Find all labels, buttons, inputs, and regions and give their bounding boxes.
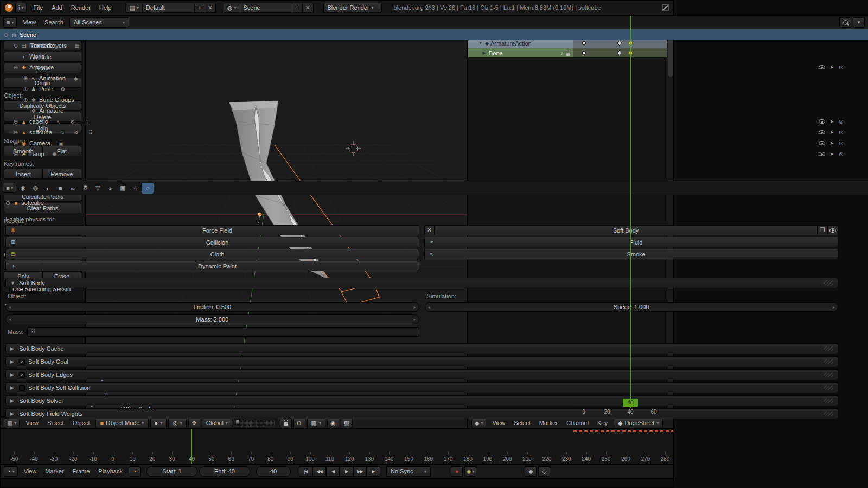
prev-keyframe-button[interactable]: ◀◀ (312, 466, 326, 477)
editor-type-button-outliner[interactable]: ≡ ▾ (3, 17, 17, 28)
expander-icon[interactable]: ⊕ (12, 130, 20, 136)
menu-add[interactable]: Add (47, 2, 67, 13)
expander-icon[interactable]: ⊕ (22, 75, 29, 81)
play-button[interactable]: ▶ (340, 466, 353, 477)
camera-restrict-icon[interactable]: ◎ (839, 65, 843, 70)
add-layout-button[interactable]: + (195, 3, 205, 12)
editor-type-button-timeline[interactable]: ◔ ▾ (4, 466, 18, 477)
camera-restrict-icon[interactable]: ◎ (839, 130, 843, 135)
sync-dropdown[interactable]: No Sync ▾ (386, 466, 431, 477)
expander-icon[interactable]: ⊕ (22, 86, 29, 92)
eye-icon[interactable] (819, 130, 825, 134)
panel-grip[interactable] (824, 372, 833, 377)
soft-body-panel-header[interactable]: ▼ Soft Body (5, 278, 838, 288)
expander-icon[interactable]: ⊕ (22, 97, 29, 103)
expander-icon[interactable]: ⊕ (12, 43, 20, 49)
menu-view[interactable]: View (20, 466, 41, 477)
eye-icon[interactable] (819, 141, 825, 145)
menu-marker[interactable]: Marker (41, 466, 68, 477)
outliner-item-lamp[interactable]: ⊕☀Lamp✺➤◎ (0, 149, 868, 159)
tab-material[interactable]: ◕ (104, 183, 116, 194)
layout-name-field[interactable]: Default (143, 3, 195, 12)
scene-name-field[interactable]: Scene (240, 3, 292, 12)
slider-left-arrow-icon[interactable]: ◂ (428, 305, 430, 310)
panel-soft-body-edges[interactable]: ▶Soft Body Edges (5, 369, 838, 380)
current-frame-field[interactable]: 40 (256, 466, 291, 477)
menu-frame[interactable]: Frame (68, 466, 94, 477)
eye-icon[interactable] (819, 119, 825, 124)
tab-render[interactable]: ◉ (17, 183, 29, 194)
mass-slider[interactable]: ◂ Mass: 2.000 ▸ (5, 314, 419, 324)
panel-grip[interactable] (824, 411, 833, 416)
eye-icon[interactable] (819, 65, 825, 69)
outliner-item-renderlayers[interactable]: ⊕▤RenderLayers▦ (0, 40, 868, 51)
current-frame-line[interactable] (630, 16, 631, 408)
panel-grip[interactable] (824, 398, 833, 403)
timeline-ruler[interactable]: -50-40-30-20-100102030405060708090100110… (0, 429, 674, 464)
dynamic-paint-button[interactable]: ◑ Dynamic Paint (5, 261, 419, 271)
outliner-item-animation[interactable]: ⊕∿Animation◆ (0, 73, 868, 84)
play-reverse-button[interactable]: ◀ (326, 466, 340, 477)
collapse-arrow-icon[interactable]: ▶ (10, 398, 16, 403)
tab-physics[interactable]: ◌ (142, 183, 154, 194)
keying-set-dropdown[interactable]: ◈ ▾ (464, 466, 476, 477)
jump-start-button[interactable]: |◀ (299, 466, 312, 477)
soft-body-button[interactable]: Soft Body (435, 225, 818, 235)
menu-file[interactable]: File (29, 2, 47, 13)
outliner-item-armature[interactable]: ⊖✥Armature➤◎ (0, 62, 868, 73)
tab-object[interactable]: ■ (54, 183, 66, 194)
camera-restrict-icon[interactable]: ◎ (839, 119, 843, 124)
expander-icon[interactable]: ⊖ (12, 65, 20, 70)
insert-keyframe-button[interactable]: ◆ (525, 466, 537, 477)
tab-world[interactable]: ◐ (42, 183, 54, 194)
expander-icon[interactable]: ⊕ (12, 140, 20, 146)
editor-type-button-info[interactable]: i ▾ (15, 3, 27, 13)
panel-soft-body-goal[interactable]: ▶Soft Body Goal (5, 356, 838, 367)
softbody-visibility-button[interactable] (828, 225, 838, 235)
camera-restrict-icon[interactable]: ◎ (839, 140, 843, 146)
outliner-scope-dropdown[interactable]: All Scenes ▾ (69, 17, 129, 28)
add-scene-button[interactable]: + (292, 3, 303, 12)
delete-keyframe-button[interactable]: ◇ (538, 466, 550, 477)
panel-grip[interactable] (824, 385, 833, 390)
current-frame-line[interactable] (191, 429, 192, 464)
collapse-arrow-icon[interactable]: ▶ (10, 359, 16, 364)
checkbox-soft-body-edges[interactable] (19, 372, 25, 378)
eye-icon[interactable] (819, 152, 825, 156)
fullscreen-icon[interactable] (662, 4, 669, 11)
collapse-arrow-icon[interactable]: ▼ (10, 280, 16, 286)
slider-left-arrow-icon[interactable]: ◂ (9, 305, 11, 310)
menu-search[interactable]: Search (40, 17, 68, 28)
panel-grip[interactable] (824, 346, 833, 351)
tab-texture[interactable]: ▩ (117, 183, 129, 194)
outliner-item-scene[interactable]: ⊖◍Scene (0, 29, 868, 40)
outliner-item-pose[interactable]: ⊕♟Pose⚙ (0, 84, 868, 94)
delete-scene-button[interactable]: ✕ (303, 3, 313, 12)
remove-softbody-button[interactable]: ✕ (424, 225, 435, 235)
expander-icon[interactable]: ⊕ (12, 151, 20, 157)
outliner-item-camera[interactable]: ⊕◉Camera▣➤◎ (0, 138, 868, 149)
outliner-item-armature[interactable]: ✥Armature (0, 105, 868, 116)
tab-particles[interactable]: ∴ (129, 183, 141, 194)
cursor-icon[interactable]: ➤ (830, 65, 834, 70)
smoke-button[interactable]: ∿ Smoke (424, 249, 838, 259)
outliner-item-cabello[interactable]: ⊕▲cabello∿⚙∴➤◎ (0, 116, 868, 127)
camera-restrict-icon[interactable]: ◎ (839, 151, 843, 157)
outliner-filter-button[interactable]: ▼ (853, 17, 865, 28)
render-engine-dropdown[interactable]: Blender Render▾ (323, 3, 382, 13)
pin-icon[interactable]: ⊙ (5, 200, 10, 207)
breadcrumb-object-name[interactable]: softcube (21, 200, 44, 206)
menu-playback[interactable]: Playback (94, 466, 127, 477)
collision-button[interactable]: ⊞ Collision (5, 237, 419, 247)
jump-end-button[interactable]: ▶| (367, 466, 380, 477)
panel-soft-body-self-collision[interactable]: ▶Soft Body Self Collision (5, 382, 838, 393)
expander-icon[interactable]: ⊕ (12, 119, 20, 125)
browse-scene-button[interactable]: ◍▾ (224, 3, 240, 12)
cursor-icon[interactable]: ➤ (830, 140, 834, 146)
preview-range-button[interactable]: ◔ (129, 466, 141, 477)
panel-grip[interactable] (824, 280, 833, 286)
slider-left-arrow-icon[interactable]: ◂ (9, 317, 11, 322)
friction-slider[interactable]: ◂ Friction: 0.500 ▸ (5, 302, 419, 312)
panel-soft-body-field-weights[interactable]: ▶Soft Body Field Weights (5, 408, 838, 419)
tab-scene[interactable]: ◍ (29, 183, 41, 194)
